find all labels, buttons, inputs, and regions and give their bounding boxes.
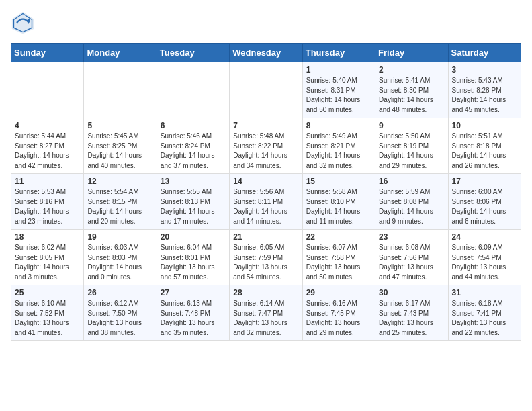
calendar-week-3: 11Sunrise: 5:53 AMSunset: 8:16 PMDayligh… — [11, 174, 521, 230]
day-info: Sunrise: 5:41 AMSunset: 8:30 PMDaylight:… — [379, 76, 444, 115]
day-number: 2 — [379, 65, 444, 75]
day-info: Sunrise: 5:53 AMSunset: 8:16 PMDaylight:… — [15, 187, 80, 226]
day-number: 16 — [379, 177, 444, 186]
weekday-header-saturday: Saturday — [448, 44, 521, 62]
day-info: Sunrise: 6:13 AMSunset: 7:48 PMDaylight:… — [161, 299, 226, 338]
logo-icon — [11, 11, 35, 35]
day-number: 31 — [452, 288, 517, 298]
calendar-cell: 7Sunrise: 5:48 AMSunset: 8:22 PMDaylight… — [230, 118, 302, 174]
day-info: Sunrise: 6:17 AMSunset: 7:43 PMDaylight:… — [379, 299, 444, 338]
day-info: Sunrise: 5:56 AMSunset: 8:11 PMDaylight:… — [233, 187, 298, 226]
day-number: 8 — [306, 121, 371, 130]
day-number: 28 — [233, 288, 298, 298]
calendar-cell: 12Sunrise: 5:54 AMSunset: 8:15 PMDayligh… — [84, 174, 157, 230]
calendar-cell: 16Sunrise: 5:59 AMSunset: 8:08 PMDayligh… — [375, 174, 448, 230]
calendar-cell — [230, 62, 302, 118]
day-number: 21 — [233, 232, 298, 242]
day-info: Sunrise: 5:44 AMSunset: 8:27 PMDaylight:… — [15, 132, 80, 171]
day-info: Sunrise: 6:04 AMSunset: 8:01 PMDaylight:… — [161, 243, 226, 282]
day-info: Sunrise: 6:05 AMSunset: 7:59 PMDaylight:… — [233, 243, 298, 282]
calendar-week-2: 4Sunrise: 5:44 AMSunset: 8:27 PMDaylight… — [11, 118, 521, 174]
calendar-cell: 14Sunrise: 5:56 AMSunset: 8:11 PMDayligh… — [230, 174, 302, 230]
day-info: Sunrise: 6:09 AMSunset: 7:54 PMDaylight:… — [452, 243, 517, 282]
day-info: Sunrise: 5:58 AMSunset: 8:10 PMDaylight:… — [306, 187, 371, 226]
calendar-cell: 17Sunrise: 6:00 AMSunset: 8:06 PMDayligh… — [448, 174, 521, 230]
day-info: Sunrise: 6:03 AMSunset: 8:03 PMDaylight:… — [87, 243, 152, 282]
day-number: 9 — [379, 121, 444, 130]
day-number: 10 — [452, 121, 517, 130]
day-info: Sunrise: 6:07 AMSunset: 7:58 PMDaylight:… — [306, 243, 371, 282]
day-number: 4 — [15, 121, 80, 130]
day-number: 23 — [379, 232, 444, 242]
calendar-cell: 9Sunrise: 5:50 AMSunset: 8:19 PMDaylight… — [375, 118, 448, 174]
calendar-cell — [157, 62, 229, 118]
day-number: 1 — [306, 65, 371, 75]
calendar-cell: 4Sunrise: 5:44 AMSunset: 8:27 PMDaylight… — [11, 118, 84, 174]
day-number: 14 — [233, 177, 298, 186]
day-info: Sunrise: 6:16 AMSunset: 7:45 PMDaylight:… — [306, 299, 371, 338]
calendar-cell — [11, 62, 84, 118]
weekday-header-sunday: Sunday — [11, 44, 84, 62]
day-info: Sunrise: 5:45 AMSunset: 8:25 PMDaylight:… — [87, 132, 152, 171]
day-info: Sunrise: 5:43 AMSunset: 8:28 PMDaylight:… — [452, 76, 517, 115]
calendar-week-1: 1Sunrise: 5:40 AMSunset: 8:31 PMDaylight… — [11, 62, 521, 118]
day-info: Sunrise: 6:12 AMSunset: 7:50 PMDaylight:… — [87, 299, 152, 338]
calendar-cell: 25Sunrise: 6:10 AMSunset: 7:52 PMDayligh… — [11, 285, 84, 341]
calendar-week-4: 18Sunrise: 6:02 AMSunset: 8:05 PMDayligh… — [11, 230, 521, 285]
day-number: 5 — [87, 121, 152, 130]
day-info: Sunrise: 6:14 AMSunset: 7:47 PMDaylight:… — [233, 299, 298, 338]
day-number: 30 — [379, 288, 444, 298]
calendar-cell: 8Sunrise: 5:49 AMSunset: 8:21 PMDaylight… — [302, 118, 375, 174]
svg-marker-0 — [12, 12, 34, 34]
day-info: Sunrise: 5:40 AMSunset: 8:31 PMDaylight:… — [306, 76, 371, 115]
day-number: 19 — [87, 232, 152, 242]
day-number: 12 — [87, 177, 152, 186]
calendar-week-5: 25Sunrise: 6:10 AMSunset: 7:52 PMDayligh… — [11, 285, 521, 341]
weekday-header-wednesday: Wednesday — [230, 44, 302, 62]
day-info: Sunrise: 5:55 AMSunset: 8:13 PMDaylight:… — [161, 187, 226, 226]
calendar-cell: 29Sunrise: 6:16 AMSunset: 7:45 PMDayligh… — [302, 285, 375, 341]
weekday-header-monday: Monday — [84, 44, 157, 62]
calendar-cell: 20Sunrise: 6:04 AMSunset: 8:01 PMDayligh… — [157, 230, 229, 285]
day-info: Sunrise: 6:18 AMSunset: 7:41 PMDaylight:… — [452, 299, 517, 338]
day-number: 29 — [306, 288, 371, 298]
calendar-cell — [84, 62, 157, 118]
day-info: Sunrise: 5:54 AMSunset: 8:15 PMDaylight:… — [87, 187, 152, 226]
day-number: 24 — [452, 232, 517, 242]
day-info: Sunrise: 5:48 AMSunset: 8:22 PMDaylight:… — [233, 132, 298, 171]
calendar-cell: 24Sunrise: 6:09 AMSunset: 7:54 PMDayligh… — [448, 230, 521, 285]
weekday-header-friday: Friday — [375, 44, 448, 62]
logo — [11, 11, 38, 35]
day-info: Sunrise: 6:08 AMSunset: 7:56 PMDaylight:… — [379, 243, 444, 282]
page-header — [11, 11, 521, 35]
calendar-cell: 1Sunrise: 5:40 AMSunset: 8:31 PMDaylight… — [302, 62, 375, 118]
weekday-header-row: SundayMondayTuesdayWednesdayThursdayFrid… — [11, 44, 521, 62]
calendar-cell: 21Sunrise: 6:05 AMSunset: 7:59 PMDayligh… — [230, 230, 302, 285]
calendar-cell: 2Sunrise: 5:41 AMSunset: 8:30 PMDaylight… — [375, 62, 448, 118]
day-number: 11 — [15, 177, 80, 186]
calendar-cell: 3Sunrise: 5:43 AMSunset: 8:28 PMDaylight… — [448, 62, 521, 118]
day-info: Sunrise: 6:00 AMSunset: 8:06 PMDaylight:… — [452, 187, 517, 226]
day-number: 6 — [161, 121, 226, 130]
calendar-table: SundayMondayTuesdayWednesdayThursdayFrid… — [11, 43, 521, 341]
calendar-cell: 11Sunrise: 5:53 AMSunset: 8:16 PMDayligh… — [11, 174, 84, 230]
day-number: 18 — [15, 232, 80, 242]
calendar-cell: 28Sunrise: 6:14 AMSunset: 7:47 PMDayligh… — [230, 285, 302, 341]
day-number: 7 — [233, 121, 298, 130]
day-number: 13 — [161, 177, 226, 186]
weekday-header-tuesday: Tuesday — [157, 44, 229, 62]
calendar-cell: 18Sunrise: 6:02 AMSunset: 8:05 PMDayligh… — [11, 230, 84, 285]
day-info: Sunrise: 5:49 AMSunset: 8:21 PMDaylight:… — [306, 132, 371, 171]
calendar-cell: 10Sunrise: 5:51 AMSunset: 8:18 PMDayligh… — [448, 118, 521, 174]
day-number: 22 — [306, 232, 371, 242]
day-number: 15 — [306, 177, 371, 186]
calendar-cell: 22Sunrise: 6:07 AMSunset: 7:58 PMDayligh… — [302, 230, 375, 285]
calendar-cell: 6Sunrise: 5:46 AMSunset: 8:24 PMDaylight… — [157, 118, 229, 174]
day-number: 27 — [161, 288, 226, 298]
calendar-cell: 31Sunrise: 6:18 AMSunset: 7:41 PMDayligh… — [448, 285, 521, 341]
calendar-cell: 30Sunrise: 6:17 AMSunset: 7:43 PMDayligh… — [375, 285, 448, 341]
day-number: 20 — [161, 232, 226, 242]
day-info: Sunrise: 6:02 AMSunset: 8:05 PMDaylight:… — [15, 243, 80, 282]
calendar-cell: 5Sunrise: 5:45 AMSunset: 8:25 PMDaylight… — [84, 118, 157, 174]
day-info: Sunrise: 5:59 AMSunset: 8:08 PMDaylight:… — [379, 187, 444, 226]
